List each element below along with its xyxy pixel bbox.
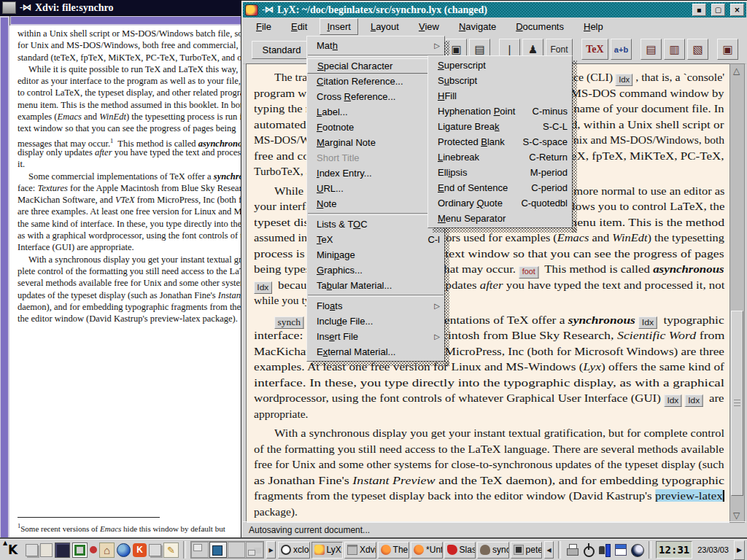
menu-item-cross-reference[interactable]: Cross Reference... <box>307 89 444 104</box>
xdvi-horizontal-scrollbar[interactable] <box>9 16 246 26</box>
menu-item-marginal-note[interactable]: Marginal Note <box>307 135 444 150</box>
task-scroll-icon[interactable]: ◀ <box>544 541 554 559</box>
lyx-pin-icon[interactable]: -⋈ <box>262 4 274 15</box>
task-button-xdvi[interactable]: Xdvi <box>344 542 376 559</box>
menu-item-external-material[interactable]: External Material... <box>307 344 444 359</box>
task-button-the-g[interactable]: The G <box>378 542 410 559</box>
menu-item-linebreak[interactable]: LinebreakC-Return <box>428 149 572 165</box>
menu-file[interactable]: File <box>249 18 279 35</box>
xdvi-hscroll-thumb[interactable] <box>11 17 242 24</box>
task-button-sync[interactable]: sync <box>477 542 509 559</box>
menu-item-ordinary-quote[interactable]: Ordinary QuoteC-quotedbl <box>428 195 572 211</box>
footnote-icon[interactable]: ▤ <box>640 39 662 60</box>
menu-item-minipage[interactable]: Minipage <box>307 247 444 262</box>
menu-item-subscript[interactable]: Subscript <box>428 73 572 88</box>
kde-icon[interactable]: K <box>133 543 147 557</box>
menu-item-insert-file[interactable]: Insert File▷ <box>307 329 444 344</box>
pager-desktop-3[interactable] <box>228 542 245 558</box>
depth-icon[interactable]: ▧ <box>687 39 708 60</box>
home-icon[interactable]: ⌂ <box>99 542 115 558</box>
menu-item-graphics[interactable]: Graphics... <box>307 262 444 278</box>
menu-item-label[interactable]: Label... <box>307 104 444 120</box>
task-button-lyx[interactable]: LyX: <box>311 542 344 559</box>
menu-documents[interactable]: Documents <box>508 18 571 35</box>
task-button-slas[interactable]: Slas <box>444 542 476 559</box>
menu-item-include-file[interactable]: Include File... <box>307 314 444 329</box>
k-menu-button[interactable]: ▲ K <box>2 541 23 559</box>
tex-icon[interactable]: TeX <box>581 39 608 60</box>
konsole-icon[interactable] <box>72 542 88 558</box>
inset-Idx[interactable]: Idx <box>685 394 703 407</box>
menu-item-note[interactable]: Note <box>307 196 444 211</box>
math-icon[interactable]: a+b <box>611 39 632 60</box>
inset-Idx[interactable]: Idx <box>616 74 632 86</box>
menu-item-ellipsis[interactable]: EllipsisM-period <box>428 165 572 180</box>
menu-view[interactable]: View <box>411 18 446 35</box>
menu-item-citation-reference[interactable]: Citation Reference... <box>307 74 444 89</box>
web-icon[interactable] <box>117 543 131 557</box>
moon-icon[interactable] <box>630 542 644 558</box>
task-button-xcloc[interactable]: xcloc <box>278 542 310 559</box>
pager-desktop-2[interactable] <box>209 542 227 558</box>
menu-item-hfill[interactable]: HFill <box>428 88 572 104</box>
clock[interactable]: 12:31 <box>656 541 692 559</box>
applet-handle-icon[interactable]: ▶ <box>266 541 276 559</box>
panel-hide-icon[interactable]: ▶ <box>734 540 745 560</box>
window-list-icon[interactable] <box>26 544 38 556</box>
close-button[interactable]: × <box>730 4 744 16</box>
document-scrollbar[interactable]: △ ▽ <box>729 63 745 523</box>
task-button-pete[interactable]: pete <box>511 542 543 559</box>
menu-item-floats[interactable]: Floats▷ <box>307 298 444 314</box>
minimize-button[interactable]: ▪ <box>692 4 706 16</box>
menu-item-special-character[interactable]: Special Character▷ <box>307 58 444 74</box>
organizer-icon[interactable] <box>614 542 628 558</box>
help-icon[interactable] <box>90 546 97 553</box>
menu-item-menu-separator[interactable]: Menu Separator <box>428 211 572 226</box>
margin-icon[interactable]: ▥ <box>664 39 685 60</box>
pager-desktop-4[interactable] <box>246 542 263 558</box>
inset-Idx[interactable]: Idx <box>638 316 657 329</box>
menu-item-protected-blank[interactable]: Protected BlankS-C-space <box>428 134 572 149</box>
lyx-app-icon[interactable] <box>245 4 258 16</box>
menu-item-url[interactable]: URL... <box>307 181 444 196</box>
menu-item-tabular-material[interactable]: Tabular Material... <box>307 278 444 293</box>
xdvi-pin-icon[interactable]: -⋈ <box>20 2 31 13</box>
klipper-icon[interactable] <box>597 542 612 558</box>
menu-item-tex[interactable]: TeXC-l <box>307 232 444 247</box>
menu-item-end-of-sentence[interactable]: End of SentenceC-period <box>428 180 572 195</box>
windows-icon[interactable] <box>149 544 161 556</box>
date-display[interactable]: 23/03/03 <box>694 545 732 554</box>
menu-item-lists-toc[interactable]: Lists & TOC▷ <box>307 217 444 232</box>
clipboard-icon[interactable] <box>40 543 53 557</box>
menu-navigate[interactable]: Navigate <box>452 18 503 35</box>
task-button-unti[interactable]: *Unti <box>411 542 443 559</box>
xdvi-vscroll-thumb[interactable] <box>1 18 8 537</box>
menu-item-index-entry[interactable]: Index Entry... <box>307 166 444 181</box>
layout-combo[interactable]: Standard <box>252 41 311 59</box>
inset-Idx[interactable]: Idx <box>664 394 682 407</box>
xdvi-vertical-scrollbar[interactable] <box>0 16 10 540</box>
inset-Idx[interactable]: Idx <box>254 281 272 294</box>
power-icon[interactable] <box>581 542 596 558</box>
scroll-thumb[interactable] <box>731 311 743 496</box>
scroll-up-icon[interactable]: △ <box>730 65 743 77</box>
printer-icon[interactable] <box>565 542 580 558</box>
figure-icon[interactable]: ▣ <box>717 39 738 60</box>
editor-icon[interactable]: ✎ <box>163 542 179 558</box>
xdvi-titlebar[interactable]: -⋈ Xdvi: file:synchro <box>0 0 246 16</box>
menu-item-superscript[interactable]: Superscript <box>428 58 572 73</box>
menu-item-hyphenation-point[interactable]: Hyphenation PointC-minus <box>428 104 572 119</box>
lyx-titlebar[interactable]: -⋈ LyX: ~/doc/beginlatex/src/synchro.lyx… <box>243 2 746 18</box>
menu-edit[interactable]: Edit <box>284 18 314 35</box>
maximize-button[interactable]: ▢ <box>711 4 725 16</box>
menu-layout[interactable]: Layout <box>363 18 406 35</box>
menu-item-math[interactable]: Math▷ <box>307 38 444 53</box>
menu-insert[interactable]: Insert <box>320 18 358 35</box>
menu-item-ligature-break[interactable]: Ligature BreakS-C-L <box>428 119 572 134</box>
inset-synch[interactable]: synch <box>274 316 303 329</box>
scroll-down-icon[interactable]: ▽ <box>730 510 743 521</box>
menu-item-footnote[interactable]: Footnote <box>307 120 444 135</box>
xdvi-app-icon[interactable] <box>2 1 16 14</box>
screen-icon[interactable] <box>55 542 70 558</box>
pager-desktop-1[interactable] <box>191 542 209 558</box>
